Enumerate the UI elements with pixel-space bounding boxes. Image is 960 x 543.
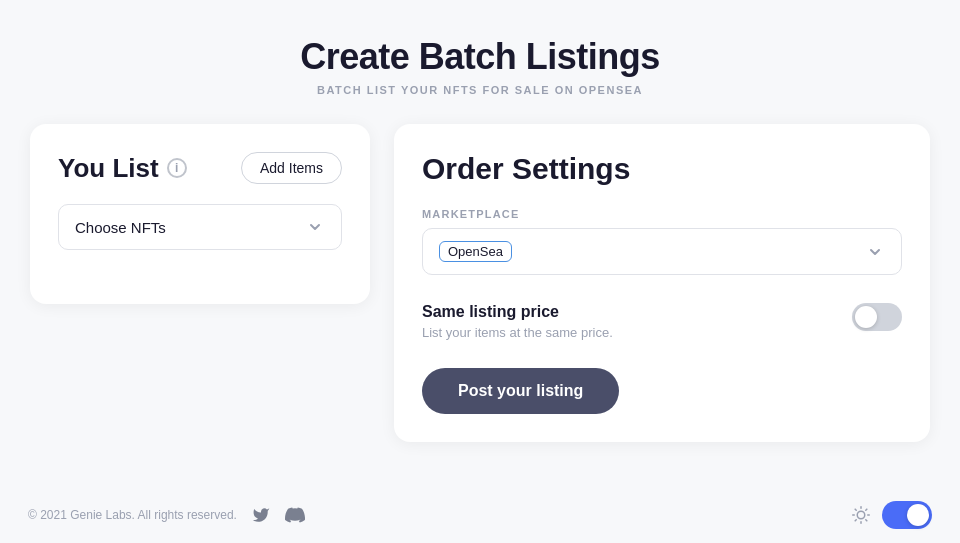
you-list-header: You List i Add Items [58, 152, 342, 184]
footer: © 2021 Genie Labs. All rights reserved. [0, 487, 960, 543]
cards-row: You List i Add Items Choose NFTs Order S… [30, 124, 930, 442]
theme-toggle[interactable] [882, 501, 932, 529]
choose-nfts-dropdown[interactable]: Choose NFTs [58, 204, 342, 250]
post-listing-button[interactable]: Post your listing [422, 368, 619, 414]
toggle-knob [855, 306, 877, 328]
marketplace-label: MARKETPLACE [422, 208, 902, 220]
page-wrapper: Create Batch Listings BATCH LIST YOUR NF… [0, 0, 960, 543]
footer-copyright: © 2021 Genie Labs. All rights reserved. [28, 508, 237, 522]
add-items-button[interactable]: Add Items [241, 152, 342, 184]
you-list-title-group: You List i [58, 153, 187, 184]
twitter-icon[interactable] [251, 505, 271, 525]
svg-line-4 [866, 520, 867, 521]
same-price-toggle-wrapper [852, 303, 902, 331]
you-list-title: You List [58, 153, 159, 184]
chevron-down-icon [305, 217, 325, 237]
same-listing-price-row: Same listing price List your items at th… [422, 303, 902, 340]
page-title: Create Batch Listings [300, 36, 660, 78]
discord-icon[interactable] [285, 505, 305, 525]
footer-right [850, 501, 932, 529]
order-settings-title: Order Settings [422, 152, 902, 186]
theme-toggle-knob [907, 504, 929, 526]
order-settings-card: Order Settings MARKETPLACE OpenSea Same … [394, 124, 930, 442]
svg-line-7 [855, 520, 856, 521]
you-list-card: You List i Add Items Choose NFTs [30, 124, 370, 304]
same-price-label: Same listing price [422, 303, 613, 321]
marketplace-dropdown[interactable]: OpenSea [422, 228, 902, 275]
marketplace-chevron-icon [865, 242, 885, 262]
page-header: Create Batch Listings BATCH LIST YOUR NF… [300, 36, 660, 96]
page-subtitle: BATCH LIST YOUR NFTS FOR SALE ON OPENSEA [300, 84, 660, 96]
info-icon[interactable]: i [167, 158, 187, 178]
sun-icon [850, 504, 872, 526]
svg-line-3 [855, 509, 856, 510]
dropdown-placeholder: Choose NFTs [75, 219, 166, 236]
footer-left: © 2021 Genie Labs. All rights reserved. [28, 505, 305, 525]
same-price-desc: List your items at the same price. [422, 325, 613, 340]
same-price-toggle[interactable] [852, 303, 902, 331]
svg-line-8 [866, 509, 867, 510]
opensea-badge: OpenSea [439, 241, 512, 262]
same-price-text: Same listing price List your items at th… [422, 303, 613, 340]
svg-point-0 [857, 511, 865, 519]
